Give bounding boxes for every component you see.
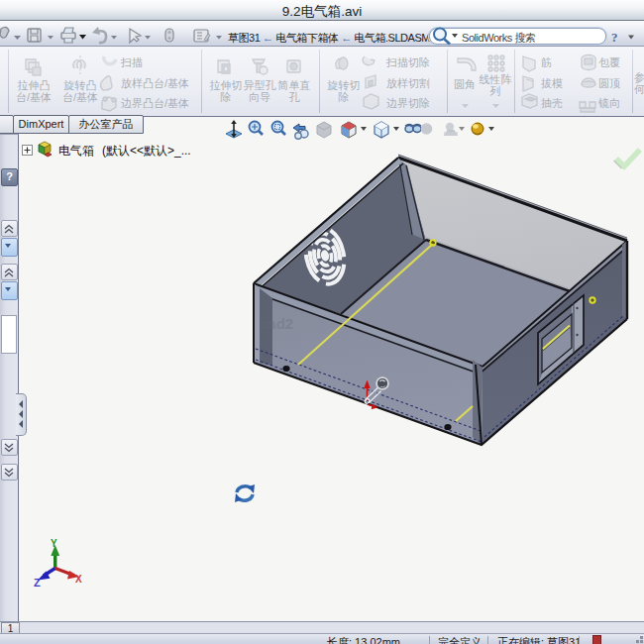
svg-text:Y: Y xyxy=(51,538,57,549)
svg-text:?: ? xyxy=(611,30,618,45)
svg-text:cad2: cad2 xyxy=(260,315,293,332)
svg-text:X: X xyxy=(75,574,82,585)
svg-text:Z: Z xyxy=(34,577,41,589)
